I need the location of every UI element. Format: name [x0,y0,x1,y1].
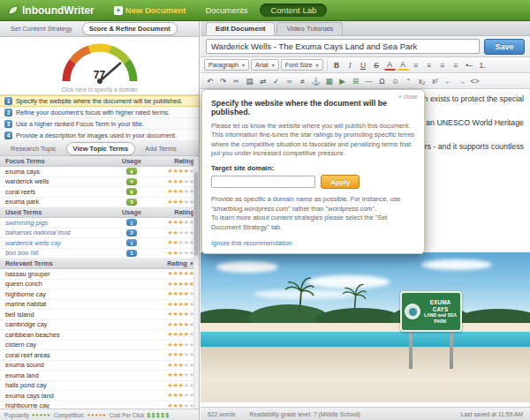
new-document-button[interactable]: + New Document [114,5,186,15]
relevant-term-row[interactable]: cistern cay ★★★★★ [0,341,199,351]
paste-icon[interactable]: ▤ [244,75,255,86]
undo-icon[interactable]: ↶ [204,75,216,86]
nav-content-lab[interactable]: Content Lab [260,4,327,17]
recommendation-list: 1 Specify the website where the document… [0,95,199,141]
recommendation-item[interactable]: 4 Provide a description for images used … [0,130,199,141]
bullet-list-icon[interactable]: •– [464,59,475,71]
text-color-icon[interactable]: A [384,60,396,71]
emoticon-icon[interactable]: ☺ [390,75,401,86]
anchor-icon[interactable]: ⚓ [310,75,322,86]
relevant-term-row[interactable]: exuma cays land ★★★★★ [0,391,199,401]
app-window: InboundWriter + New Document Documents C… [0,0,530,420]
font-size-select[interactable]: Font Size ▾ [281,59,323,71]
redo-icon[interactable]: ↷ [217,75,229,86]
relevant-term-row[interactable]: cambridge cay ★★★★★ [0,320,199,331]
image-icon[interactable]: ▦ [323,75,335,86]
app-logo[interactable]: InboundWriter [0,4,102,17]
link-icon[interactable]: ∞ [284,75,295,86]
tab-score-refine-document[interactable]: Score & Refine Document [82,22,178,35]
target-domain-input[interactable] [211,176,315,188]
title-bar: Save [201,36,530,57]
align-justify-icon[interactable]: ≡ [450,59,462,71]
used-term-row[interactable]: boo boo hill 1 ★★★★★ [0,249,199,259]
focus-term-row[interactable]: warderick wells 4 ★★★★★ [0,177,199,188]
strikethrough-icon[interactable]: S [371,59,382,71]
term-rating-stars: ★★★★★ [147,229,194,236]
relevant-term-row[interactable]: halls pond cay ★★★★★ [0,381,199,392]
bg-color-icon[interactable]: A [398,60,409,71]
subscript-icon[interactable]: x₂ [416,75,428,86]
specify-domain-link[interactable]: Click here to specify a domain [0,86,199,93]
html-icon[interactable]: <> [469,75,481,86]
usage-badge: 1 [126,250,137,257]
align-center-icon[interactable]: ≡ [424,59,435,71]
outdent-icon[interactable]: ← [443,75,454,86]
used-term-row[interactable]: bahamas national trust 2 ★★★★★ [0,229,199,239]
terms-scrollbar [193,156,199,409]
popularity-dots-icon: ●●●●● [32,412,51,417]
spellcheck-icon[interactable]: ✓ [270,75,282,86]
close-icon[interactable]: × close [398,94,418,100]
charmap-icon[interactable]: Ω [376,75,388,86]
table-icon[interactable]: ⊞ [350,75,361,86]
numbered-list-icon[interactable]: 1. [477,59,488,71]
used-term-row[interactable]: warderick wells cay 1 ★★★★★ [0,238,199,249]
terms-scrollbar-thumb[interactable] [194,172,198,256]
recommendation-item[interactable]: 3 Use a higher ranked Focus Term in your… [0,118,199,130]
readability-level: Readability grade level: 7 (Middle Schoo… [249,411,360,417]
align-right-icon[interactable]: ≡ [437,59,449,71]
font-family-select[interactable]: Arial ▾ [251,59,279,71]
find-replace-icon[interactable]: ⇄ [257,75,269,86]
term-rating-stars: ★★★★★ [147,392,194,399]
apply-button[interactable]: Apply [321,175,360,189]
underline-icon[interactable]: U [358,59,369,71]
tab-edit-document[interactable]: Edit Document [206,22,275,35]
focus-term-row[interactable]: exuma park 3 ★★★★★ [0,198,199,208]
indent-icon[interactable]: → [456,75,467,86]
term-rating-stars: ★★★★★ [147,178,194,185]
tab-video-tutorials[interactable]: Video Tutorials [276,22,343,35]
relevant-term-row[interactable]: marine habitat ★★★★★ [0,300,199,311]
paragraph-format-select[interactable]: Paragraph ▾ [204,59,249,71]
relevant-term-row[interactable]: caribbean beaches ★★★★★ [0,330,199,341]
recommendation-item[interactable]: 2 Refine your document's focus with high… [0,107,199,118]
competition-dots-icon: ●●●●● [87,412,107,417]
cut-icon[interactable]: ✂ [231,75,242,86]
relevant-term-row[interactable]: coral reef areas ★★★★★ [0,350,199,361]
usage-badge: 6 [126,168,137,175]
save-button[interactable]: Save [484,39,525,55]
relevant-term-row[interactable]: exuma land ★★★★★ [0,371,199,381]
ignore-recommendation-link[interactable]: Ignore this recommendation [211,239,292,247]
used-term-row[interactable]: swimming pigs 1 ★★★★★ [0,218,199,229]
focus-term-row[interactable]: coral reefs 6 ★★★★★ [0,187,199,198]
nav-documents[interactable]: Documents [205,5,247,15]
media-icon[interactable]: ▶ [337,75,348,86]
relevant-term-row[interactable]: nassau grouper ★★★★★ [0,269,199,280]
relevant-term-row[interactable]: queen conch ★★★★★ [0,280,199,290]
unlink-icon[interactable]: ≠ [297,75,308,86]
superscript-icon[interactable]: x² [429,75,441,86]
term-name: bahamas national trust [5,229,117,236]
tab-add-terms[interactable]: Add Terms [138,142,184,155]
tab-set-content-strategy[interactable]: Set Content Strategy [4,22,80,35]
relevant-term-row[interactable]: bell island ★★★★★ [0,310,199,320]
blockquote-icon[interactable]: “ [403,75,414,86]
align-left-icon[interactable]: ≡ [411,59,422,71]
tab-research-topic[interactable]: Research Topic [4,142,64,155]
top-navigation-bar: InboundWriter + New Document Documents C… [0,0,530,21]
beach-photo[interactable]: EXUMA CAYS LAND and SEA PARK [201,252,530,402]
relevant-term-row[interactable]: highbourne cay ★★★★★ [0,401,199,409]
tab-view-topic-terms[interactable]: View Topic Terms [66,142,136,155]
photo-far-beach [201,323,530,332]
relevant-term-row[interactable]: exuma sound ★★★★★ [0,361,199,371]
term-name: cambridge cay [5,320,147,328]
horizontal-rule-icon[interactable]: — [363,75,375,86]
recommendation-item[interactable]: 1 Specify the website where the document… [0,95,199,107]
document-title-input[interactable] [206,39,480,54]
bold-icon[interactable]: B [331,59,343,71]
rating-sort-header[interactable]: Rating▼ [147,259,194,267]
focus-term-row[interactable]: exuma cays 6 ★★★★★ [0,167,199,177]
italic-icon[interactable]: I [344,59,356,71]
relevant-term-row[interactable]: highborne cay ★★★★★ [0,289,199,300]
toolbar-row-2: ↶ ↷ ✂ ▤ ⇄ ✓ ∞ ≠ ⚓ ▦ ▶ ⊞ [201,73,530,89]
